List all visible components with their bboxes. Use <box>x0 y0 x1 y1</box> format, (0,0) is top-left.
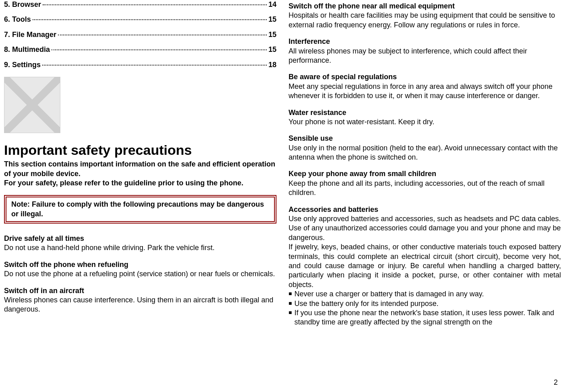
toc-entry: 9. Settings 18 <box>4 60 276 70</box>
section-body: Your phone is not water-resistant. Keep … <box>289 117 561 127</box>
bullet-text: Use the battery only for its intended pu… <box>294 299 561 308</box>
intro-text: This section contains important informat… <box>4 160 276 188</box>
section-body: Wireless phones can cause interference. … <box>4 296 276 314</box>
section-body: All wireless phones may be subject to in… <box>289 47 561 66</box>
toc-label: 5. Browser <box>4 0 41 9</box>
section-heading: Be aware of special regulations <box>289 72 561 82</box>
section: Water resistance Your phone is not water… <box>289 108 561 127</box>
section-heading: Drive safely at all times <box>4 234 276 243</box>
toc-dots <box>33 19 267 20</box>
placeholder-image <box>4 77 60 133</box>
section-heading: Sensible use <box>289 134 561 143</box>
section: Interference All wireless phones may be … <box>289 37 561 65</box>
toc-entry: 8. Multimedia 15 <box>4 45 276 54</box>
toc-dots <box>58 35 267 35</box>
intro-line: For your safety, please refer to the gui… <box>4 179 276 188</box>
toc-dots <box>42 65 267 66</box>
square-bullet-icon: ■ <box>289 308 292 317</box>
main-heading: Important safety precautions <box>4 141 276 159</box>
section-body: Use only in the normal position (held to… <box>289 144 561 162</box>
section: Switch off in an aircraft Wireless phone… <box>4 286 276 314</box>
section-body: Do not use the phone at a refueling poin… <box>4 269 276 279</box>
toc-page: 18 <box>268 60 276 70</box>
section-heading: Switch off the phone when refueling <box>4 260 276 269</box>
page-number: 2 <box>554 378 558 387</box>
toc-dots <box>52 49 267 50</box>
square-bullet-icon: ■ <box>289 299 292 308</box>
toc-entry: 7. File Manager 15 <box>4 30 276 39</box>
intro-line: This section contains important informat… <box>4 160 276 179</box>
section-body: If jewelry, keys, beaded chains, or othe… <box>289 242 561 289</box>
left-column: 5. Browser 14 6. Tools 15 7. File Manage… <box>4 0 276 327</box>
toc-page: 15 <box>268 30 276 39</box>
section-body: Meet any special regulations in force in… <box>289 82 561 101</box>
toc-page: 15 <box>268 15 276 24</box>
toc-label: 7. File Manager <box>4 30 56 39</box>
section: Keep your phone away from small children… <box>289 169 561 197</box>
bullet-text: If you use the phone near the network's … <box>294 308 561 327</box>
bullet-text: Never use a charger or battery that is d… <box>294 289 561 299</box>
section-accessories: Accessories and batteries Use only appro… <box>289 205 561 327</box>
bullet-item: ■ Use the battery only for its intended … <box>289 299 561 308</box>
section-heading: Switch off the phone near all medical eq… <box>289 2 561 11</box>
toc-label: 6. Tools <box>4 15 31 24</box>
section-heading: Accessories and batteries <box>289 205 561 214</box>
section: Be aware of special regulations Meet any… <box>289 72 561 101</box>
section: Drive safely at all times Do not use a h… <box>4 234 276 253</box>
toc-page: 15 <box>268 45 276 54</box>
right-column: Switch off the phone near all medical eq… <box>289 0 561 327</box>
section: Switch off the phone when refueling Do n… <box>4 260 276 279</box>
section-heading: Interference <box>289 37 561 46</box>
section-body: Use only approved batteries and accessor… <box>289 214 561 242</box>
toc-dots <box>43 4 267 5</box>
section-heading: Water resistance <box>289 108 561 117</box>
section-body: Keep the phone and all its parts, includ… <box>289 179 561 198</box>
section: Switch off the phone near all medical eq… <box>289 2 561 30</box>
toc-entry: 5. Browser 14 <box>4 0 276 9</box>
toc-page: 14 <box>268 0 276 9</box>
section: Sensible use Use only in the normal posi… <box>289 134 561 162</box>
toc-label: 9. Settings <box>4 60 41 70</box>
note-text: Note: Failure to comply with the followi… <box>11 200 269 219</box>
bullet-item: ■ Never use a charger or battery that is… <box>289 289 561 299</box>
toc-label: 8. Multimedia <box>4 45 50 54</box>
toc-entry: 6. Tools 15 <box>4 15 276 24</box>
section-body: Do not use a hand-held phone while drivi… <box>4 243 276 252</box>
section-heading: Switch off in an aircraft <box>4 286 276 296</box>
note-label: Note: <box>11 200 30 208</box>
bullet-item: ■ If you use the phone near the network'… <box>289 308 561 327</box>
note-box: Note: Failure to comply with the followi… <box>4 195 276 224</box>
note-body: Failure to comply with the following pre… <box>11 200 264 218</box>
section-body: Hospitals or health care facilities may … <box>289 11 561 30</box>
square-bullet-icon: ■ <box>289 289 292 298</box>
section-heading: Keep your phone away from small children <box>289 169 561 179</box>
